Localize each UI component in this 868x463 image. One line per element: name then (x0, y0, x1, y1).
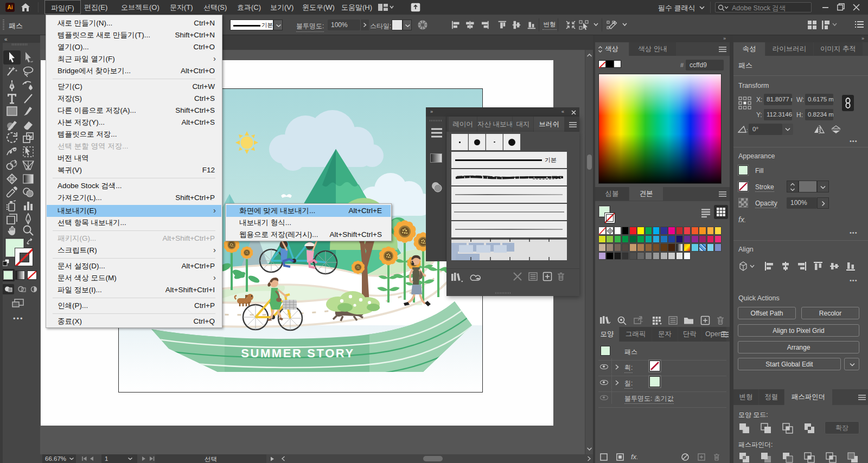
svg-text::: : (746, 127, 748, 133)
svg-text:SUMMER STORY: SUMMER STORY (241, 346, 355, 360)
